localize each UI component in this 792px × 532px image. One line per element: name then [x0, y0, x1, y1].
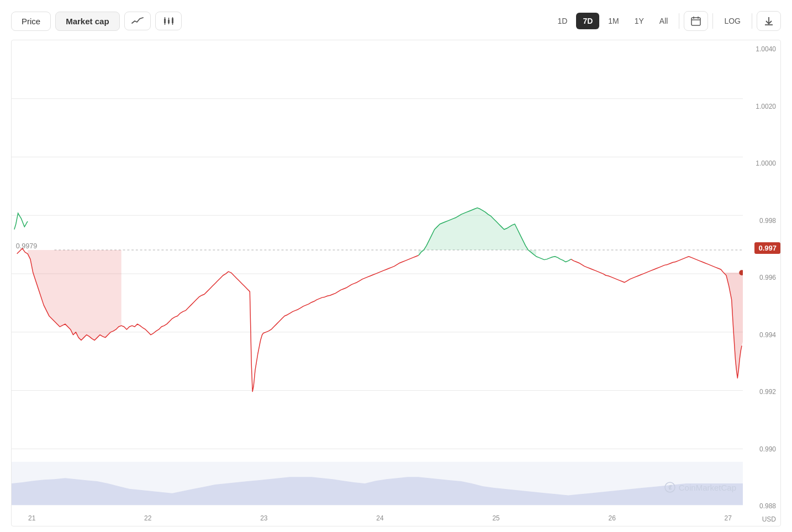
x-axis: 21 22 23 24 25 26 27: [17, 510, 743, 526]
x-label-26: 26: [608, 514, 615, 522]
y-label-1: 1.0040: [743, 46, 776, 52]
y-axis: 1.0040 1.0020 1.0000 0.998 0.996 0.994 0…: [743, 40, 780, 526]
y-label-3: 1.0000: [743, 160, 776, 167]
x-label-22: 22: [144, 514, 151, 522]
svg-text:0.9979: 0.9979: [16, 242, 38, 250]
x-label-27: 27: [725, 514, 732, 522]
toolbar-left: Price Market cap: [11, 12, 182, 31]
y-label-2: 1.0020: [743, 103, 776, 110]
main-container: Price Market cap: [0, 0, 792, 532]
svg-rect-9: [691, 18, 700, 25]
current-price-badge: 0.997: [754, 242, 780, 254]
y-label-7: 0.992: [743, 389, 776, 395]
time-7d[interactable]: 7D: [576, 13, 599, 29]
chart-area: 0.9979 1.0040 1.0020 1.0000 0.998 0.996 …: [11, 40, 781, 526]
x-label-21: 21: [28, 514, 35, 522]
log-button[interactable]: LOG: [717, 13, 747, 29]
x-label-24: 24: [376, 514, 383, 522]
y-label-8: 0.990: [743, 446, 776, 453]
time-1y[interactable]: 1Y: [628, 13, 651, 29]
y-label-5: 0.996: [743, 274, 776, 281]
time-all[interactable]: All: [653, 13, 675, 29]
divider3: [752, 13, 752, 29]
svg-rect-3: [168, 20, 170, 23]
download-icon[interactable]: [757, 11, 781, 31]
line-chart-icon[interactable]: [124, 12, 151, 30]
svg-rect-0: [164, 19, 166, 23]
toolbar: Price Market cap: [11, 11, 781, 31]
y-label-6: 0.994: [743, 332, 776, 338]
market-cap-button[interactable]: Market cap: [55, 12, 119, 31]
time-1d[interactable]: 1D: [551, 13, 574, 29]
divider2: [712, 13, 713, 29]
svg-text:₡: ₡: [668, 485, 672, 491]
time-1m[interactable]: 1M: [601, 13, 625, 29]
watermark: ₡ CoinMarketCap: [664, 482, 736, 493]
candle-chart-icon[interactable]: [155, 12, 182, 30]
y-label-4: 0.998: [743, 217, 776, 224]
calendar-icon[interactable]: [684, 11, 708, 31]
x-label-25: 25: [492, 514, 499, 522]
x-label-23: 23: [260, 514, 267, 522]
toolbar-right: 1D 7D 1M 1Y All LOG: [551, 11, 781, 31]
svg-rect-6: [172, 18, 173, 23]
y-label-9: 0.988: [743, 503, 776, 509]
divider: [679, 13, 679, 29]
watermark-text: CoinMarketCap: [679, 483, 736, 492]
currency-label: USD: [762, 515, 776, 523]
price-button[interactable]: Price: [11, 12, 51, 31]
